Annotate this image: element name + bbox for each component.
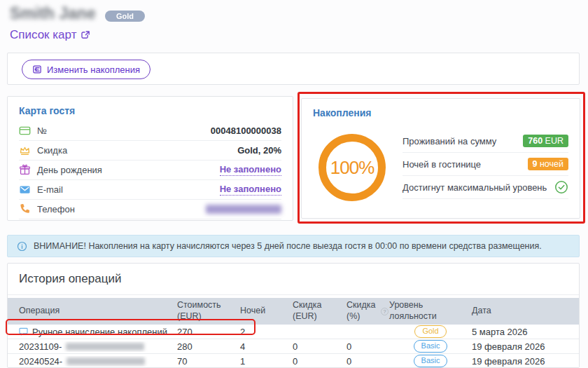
field-label: E-mail (37, 184, 63, 195)
discount-eur-cell: 0 (293, 356, 346, 367)
accruals-body: 100% Проживаний на сумму 760 EUR Ночей в… (313, 128, 568, 201)
guest-card-row-discount: Скидка Gold, 20% (19, 141, 281, 161)
phone-value-redacted (206, 205, 281, 214)
notice-text: ВНИМАНИЕ! Накопления на карту начисляютс… (34, 241, 542, 251)
cost-cell: 70 (177, 356, 240, 367)
operation-label: 20231109- (19, 341, 62, 352)
info-icon (17, 241, 27, 252)
notice-banner: ВНИМАНИЕ! Накопления на карту начисляютс… (7, 235, 580, 257)
accrual-label: Достигнут максимальный уровень (402, 182, 547, 193)
nights-cell: 4 (240, 341, 293, 352)
level-cell: Basic (389, 355, 472, 367)
cost-cell: 270 (177, 327, 240, 337)
nights-cell: 1 (240, 356, 293, 367)
field-label: № (37, 125, 47, 136)
accruals-panel: Накопления 100% Проживаний на сумму 760 … (301, 98, 580, 219)
accrual-label: Ночей в гостинице (402, 159, 481, 170)
level-badge-basic: Basic (414, 355, 448, 367)
nights-badge: 9 ночей (528, 158, 568, 170)
level-cell: Gold (389, 325, 472, 338)
history-row-manual-accrual[interactable]: Ручное начисление накоплений 270 2 Gold … (8, 325, 579, 339)
field-label: День рождения (37, 165, 102, 175)
operation-label: Ручное начисление накоплений (32, 327, 167, 337)
guest-card-row-number: № 00048100000038 (19, 121, 281, 141)
cost-cell: 280 (177, 341, 240, 352)
discount-pct-cell: 0 (346, 341, 389, 352)
nights-cell: 2 (240, 327, 293, 337)
guest-card-title: Карта гостя (19, 105, 281, 116)
col-nights: Ночей (240, 306, 293, 317)
date-cell: 5 марта 2026 (472, 327, 568, 337)
svg-text:?: ? (383, 308, 386, 314)
edit-accruals-button[interactable]: Изменить накопления (22, 60, 150, 79)
external-link-icon (80, 30, 90, 40)
operation-redacted (66, 343, 144, 350)
guest-name: Smith Jane (10, 4, 96, 23)
guest-level-badge: Gold (105, 11, 145, 22)
accrual-row-amount: Проживаний на сумму 760 EUR (402, 130, 568, 153)
toolbar-panel: Изменить накопления (7, 53, 580, 85)
amount-value: 760 (528, 136, 542, 146)
crown-icon (19, 144, 31, 156)
history-table-header: Операция Стоимость (EUR) Ночей Скидка (E… (8, 298, 579, 325)
level-badge-basic: Basic (414, 340, 448, 353)
operation-label: 20240524- (19, 356, 62, 367)
cards-list-link-label: Список карт (10, 28, 76, 42)
edit-accruals-label: Изменить накопления (47, 64, 140, 75)
discount-pct-cell: 0 (346, 356, 389, 367)
gift-icon (19, 164, 31, 176)
history-title: История операций (8, 264, 579, 295)
col-operation: Операция (19, 306, 177, 317)
nights-value: 9 (533, 159, 538, 169)
operation-redacted (66, 357, 145, 365)
progress-percent: 100% (330, 157, 374, 179)
guest-card-row-birthday: День рождения Не заполнено (19, 161, 281, 180)
col-cost: Стоимость (EUR) (177, 300, 240, 322)
card-icon (19, 125, 31, 137)
amount-badge: 760 EUR (523, 135, 568, 147)
cards-list-link[interactable]: Список карт (10, 28, 90, 42)
col-discount-eur: Скидка (EUR) (293, 300, 346, 322)
nights-unit: ночей (540, 159, 564, 169)
col-date: Дата (472, 306, 568, 317)
discount-value: Gold, 20% (237, 145, 281, 156)
level-cell: Basic (389, 340, 472, 353)
col-level: Уровень лояльности (389, 300, 472, 322)
comment-icon (19, 327, 28, 336)
amount-unit: EUR (545, 136, 564, 146)
guest-card-row-email: E-mail Не заполнено (19, 180, 281, 200)
accrual-row-nights: Ночей в гостинице 9 ночей (402, 153, 568, 176)
discount-eur-cell: 0 (293, 341, 346, 352)
accruals-title: Накопления (313, 107, 568, 118)
col-discount-pct: Скидка (%) ? (346, 300, 389, 322)
email-edit-link[interactable]: Не заполнено (220, 184, 281, 196)
mail-icon (19, 184, 31, 196)
date-cell: 19 февраля 2026 (472, 356, 568, 367)
question-icon[interactable]: ? (380, 307, 389, 316)
accrual-label: Проживаний на сумму (402, 136, 496, 146)
history-panel: История операций Операция Стоимость (EUR… (7, 263, 580, 368)
history-row-booking-2[interactable]: 20240524- 70 1 0 0 Basic 19 февраля 2026 (8, 354, 579, 368)
birthday-edit-link[interactable]: Не заполнено (220, 164, 281, 176)
check-circle-icon (554, 180, 568, 194)
accrual-row-max-level: Достигнут максимальный уровень (402, 176, 568, 199)
field-label: Телефон (37, 204, 75, 214)
history-row-booking-1[interactable]: 20231109- 280 4 0 0 Basic 19 февраля 202… (8, 339, 579, 354)
field-label: Скидка (37, 145, 67, 156)
guest-card-panel: Карта гостя № 00048100000038 Скидка Gold… (7, 96, 293, 221)
card-number-value: 00048100000038 (211, 125, 281, 136)
accruals-rows: Проживаний на сумму 760 EUR Ночей в гост… (402, 130, 568, 201)
level-badge-gold: Gold (414, 325, 446, 338)
phone-icon (19, 203, 31, 215)
guest-card-row-phone: Телефон (19, 200, 281, 219)
date-cell: 19 февраля 2026 (472, 341, 568, 352)
edit-accruals-icon (32, 64, 42, 74)
progress-ring: 100% (318, 134, 386, 201)
